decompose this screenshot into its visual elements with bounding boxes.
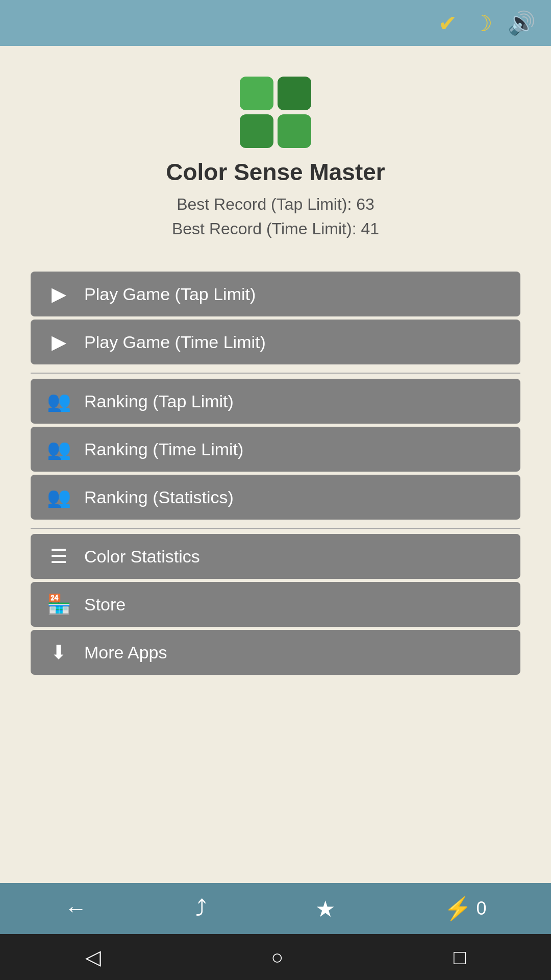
ranking-time-limit-icon: 👥	[46, 438, 71, 460]
play-time-limit-button[interactable]: ▶ Play Game (Time Limit)	[31, 320, 520, 364]
store-icon: 🏪	[46, 593, 71, 616]
more-apps-button[interactable]: ⬇ More Apps	[31, 630, 520, 675]
ranking-statistics-icon: 👥	[46, 486, 71, 508]
back-button[interactable]: ←	[64, 896, 87, 921]
play-tap-limit-label: Play Game (Tap Limit)	[84, 284, 256, 304]
separator-2	[31, 528, 520, 529]
logo-container: Color Sense Master Best Record (Tap Limi…	[166, 77, 385, 241]
ranking-tap-limit-icon: 👥	[46, 390, 71, 412]
star-button[interactable]: ★	[315, 896, 335, 922]
ranking-statistics-label: Ranking (Statistics)	[84, 487, 234, 507]
store-label: Store	[84, 595, 126, 615]
moon-icon[interactable]: ☽	[472, 10, 492, 36]
filter-count: 0	[476, 898, 486, 919]
filter-container[interactable]: ⚡ 0	[444, 895, 486, 922]
play-tap-limit-button[interactable]: ▶ Play Game (Tap Limit)	[31, 272, 520, 316]
more-apps-label: More Apps	[84, 643, 167, 663]
logo-cell-bottom-left	[240, 114, 273, 148]
main-content: Color Sense Master Best Record (Tap Limi…	[0, 46, 551, 883]
bottom-bar: ← ⤴ ★ ⚡ 0	[0, 883, 551, 934]
logo-cell-top-right	[278, 77, 311, 110]
android-recents-icon[interactable]: □	[454, 946, 466, 969]
logo-cell-bottom-right	[278, 114, 311, 148]
ranking-tap-limit-label: Ranking (Tap Limit)	[84, 391, 234, 411]
sound-icon[interactable]: 🔊	[508, 10, 536, 36]
separator-1	[31, 373, 520, 374]
ranking-tap-limit-button[interactable]: 👥 Ranking (Tap Limit)	[31, 379, 520, 424]
top-bar: ✔ ☽ 🔊	[0, 0, 551, 46]
android-home-icon[interactable]: ○	[271, 946, 283, 969]
play-time-limit-icon: ▶	[46, 331, 71, 353]
logo-cell-top-left	[240, 77, 273, 110]
store-button[interactable]: 🏪 Store	[31, 582, 520, 627]
android-back-icon[interactable]: ◁	[85, 945, 101, 969]
record-time-limit: Best Record (Time Limit): 41	[172, 216, 379, 241]
color-statistics-icon: ☰	[46, 545, 71, 568]
check-icon[interactable]: ✔	[438, 10, 457, 36]
filter-icon: ⚡	[444, 895, 472, 922]
record-tap-limit: Best Record (Tap Limit): 63	[177, 192, 374, 216]
app-title: Color Sense Master	[166, 158, 385, 186]
more-apps-icon: ⬇	[46, 641, 71, 664]
buttons-container: ▶ Play Game (Tap Limit) ▶ Play Game (Tim…	[31, 272, 520, 678]
play-tap-limit-icon: ▶	[46, 283, 71, 305]
color-statistics-label: Color Statistics	[84, 547, 200, 567]
ranking-statistics-button[interactable]: 👥 Ranking (Statistics)	[31, 475, 520, 520]
android-nav-bar: ◁ ○ □	[0, 934, 551, 980]
app-logo	[240, 77, 311, 148]
ranking-time-limit-button[interactable]: 👥 Ranking (Time Limit)	[31, 427, 520, 472]
ranking-time-limit-label: Ranking (Time Limit)	[84, 439, 243, 459]
play-time-limit-label: Play Game (Time Limit)	[84, 332, 266, 352]
share-button[interactable]: ⤴	[195, 896, 207, 921]
color-statistics-button[interactable]: ☰ Color Statistics	[31, 534, 520, 579]
